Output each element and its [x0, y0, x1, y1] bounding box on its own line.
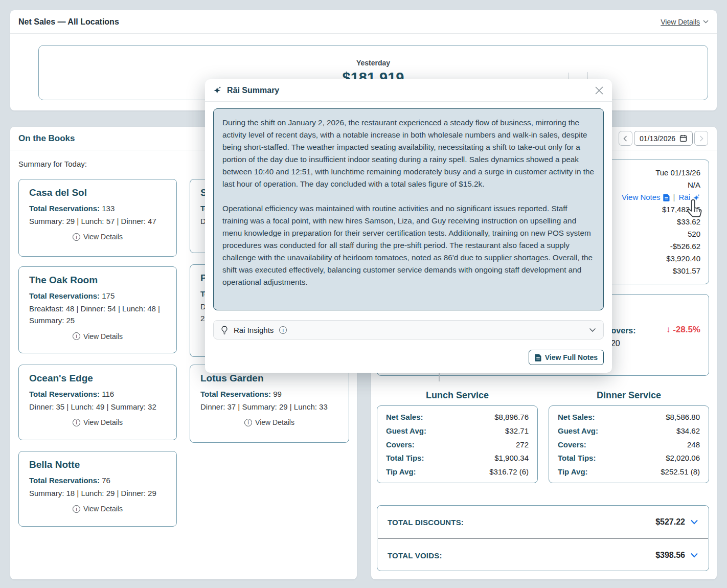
net-sales-title: Net Sales — All Locations: [18, 17, 119, 27]
expand-discounts-chevron-icon[interactable]: [690, 519, 698, 525]
rai-insights-accordion[interactable]: Rāi Insights i: [213, 320, 604, 340]
info-icon: i: [73, 505, 80, 513]
rai-link[interactable]: Rāi: [678, 191, 700, 203]
total-reservations-value: 175: [102, 291, 115, 300]
net-sales-value: $8,896.76: [494, 413, 529, 421]
modal-title: Rāi Summary: [227, 86, 279, 95]
sparkle-icon: [693, 194, 700, 201]
restaurant-name: The Oak Room: [29, 275, 166, 286]
info-icon: i: [244, 419, 252, 426]
reservation-breakdown: Dinner: 35 | Lunch: 49 | Summary: 32: [29, 401, 166, 413]
reservation-breakdown: Breakfast: 48 | Dinner: 54 | Lunch: 48 |…: [29, 303, 166, 327]
net-sales-value: $8,586.80: [666, 413, 700, 421]
delta-value: -28.5%: [673, 325, 700, 334]
restaurant-name: Ocean's Edge: [29, 373, 166, 384]
lightbulb-icon: [221, 325, 228, 335]
guest-avg-label: Guest Avg:: [386, 426, 426, 435]
info-icon: i: [73, 233, 80, 241]
total-reservations-label: Total Reservations:: [29, 204, 100, 213]
on-the-books-title: On the Books: [18, 133, 75, 144]
tip-avg-value: $252.51 (8): [661, 467, 700, 476]
date-navigation: 01/13/2026: [619, 131, 708, 146]
restaurant-card-the-oak-room: The Oak Room Total Reservations: 175 Bre…: [18, 266, 177, 353]
total-voids-row: TOTAL VOIDS: $398.56: [377, 539, 709, 572]
view-details-label: View Details: [83, 418, 123, 426]
sparkle-icon: [213, 86, 222, 95]
total-reservations-label: Total Reservations:: [200, 390, 271, 398]
summary-paragraph-1: During the shift on January 2, 2026, the…: [222, 117, 595, 190]
restaurant-name: Casa del Sol: [29, 187, 166, 198]
view-notes-label: View Notes: [622, 191, 661, 203]
total-reservations-label: Total Reservations:: [29, 476, 100, 485]
modal-header: Rāi Summary: [205, 79, 612, 102]
chevron-down-icon: [589, 328, 596, 332]
total-reservations-label: Total Reservations:: [29, 291, 100, 300]
period-label: Yesterday: [356, 59, 390, 67]
view-full-notes-button[interactable]: View Full Notes: [529, 350, 604, 365]
view-details-link[interactable]: iView Details: [29, 418, 166, 426]
restaurant-card-lotus-garden: Lotus Garden Total Reservations: 99 Dinn…: [190, 365, 349, 443]
document-icon: [663, 194, 670, 201]
total-discounts-label: TOTAL DISCOUNTS:: [388, 518, 464, 527]
total-voids-label: TOTAL VOIDS:: [388, 551, 442, 560]
total-tips-label: Total Tips:: [386, 454, 424, 462]
total-reservations-value: 116: [102, 390, 114, 398]
info-icon: i: [73, 332, 80, 340]
total-discounts-row: TOTAL DISCOUNTS: $527.22: [377, 506, 709, 538]
view-details-link[interactable]: iView Details: [29, 332, 166, 341]
chevron-down-icon: [703, 20, 709, 24]
calendar-icon[interactable]: [679, 134, 687, 142]
total-tips-label: Total Tips:: [558, 454, 596, 462]
view-notes-link[interactable]: View Notes: [622, 191, 670, 203]
total-reservations-value: 133: [102, 204, 115, 213]
chevron-left-icon: [623, 135, 627, 142]
arrow-down-icon: ↓: [666, 325, 671, 334]
info-icon: i: [73, 419, 80, 426]
totals-card: TOTAL DISCOUNTS: $527.22 TOTAL VOIDS: $3…: [377, 505, 709, 571]
restaurant-card-oceans-edge: Ocean's Edge Total Reservations: 116 Din…: [18, 365, 177, 440]
view-details-label: View Details: [83, 505, 123, 513]
summary-paragraph-2: Operational efficiency was maintained wi…: [222, 202, 595, 288]
total-tips-value: $2,020.06: [666, 454, 700, 462]
lunch-service-heading: Lunch Service: [377, 390, 538, 401]
close-icon[interactable]: [595, 86, 604, 95]
covers-label: Covers:: [558, 440, 586, 449]
tip-avg-value: $316.72 (6): [489, 467, 529, 476]
next-day-button[interactable]: [694, 131, 708, 146]
rai-insights-label: Rāi Insights: [234, 326, 274, 334]
date-value: 01/13/2026: [640, 134, 675, 143]
document-icon: [535, 354, 541, 361]
covers-value: 272: [516, 440, 529, 449]
date-input[interactable]: 01/13/2026: [634, 131, 693, 146]
net-sales-label: Net Sales:: [386, 413, 423, 421]
tip-avg-label: Tip Avg:: [386, 467, 416, 476]
total-tips-value: $1,900.34: [494, 454, 529, 462]
view-details-link[interactable]: iView Details: [200, 418, 338, 426]
covers-label: Covers:: [386, 440, 415, 449]
net-sales-header: Net Sales — All Locations View Details: [10, 10, 717, 34]
covers-value: 248: [687, 440, 700, 449]
view-details-link[interactable]: iView Details: [29, 233, 166, 241]
restaurant-name: Lotus Garden: [200, 373, 338, 384]
expand-voids-chevron-icon[interactable]: [690, 553, 698, 558]
reservation-breakdown: Summary: 18 | Lunch: 29 | Dinner: 29: [29, 487, 166, 499]
total-reservations-label: Total Reservations:: [29, 390, 100, 398]
link-separator: |: [673, 191, 675, 203]
total-reservations-value: 76: [102, 476, 110, 485]
total-reservations-value: 99: [273, 390, 282, 398]
view-full-notes-label: View Full Notes: [545, 353, 598, 361]
reservation-breakdown: Dinner: 37 | Summary: 29 | Lunch: 33: [200, 401, 338, 413]
previous-day-button[interactable]: [619, 131, 632, 146]
tab-divider: [439, 371, 440, 381]
chevron-right-icon: [699, 135, 703, 142]
dashboard-page: Net Sales — All Locations View Details Y…: [0, 0, 727, 588]
total-voids-value: $398.56: [655, 551, 685, 560]
restaurant-card-casa-del-sol: Casa del Sol Total Reservations: 133 Sum…: [18, 179, 177, 257]
net-sales-view-details-link[interactable]: View Details: [661, 18, 709, 26]
view-details-label: View Details: [661, 18, 700, 26]
view-details-link[interactable]: iView Details: [29, 505, 166, 513]
net-sales-label: Net Sales:: [558, 413, 595, 421]
lunch-service-card: Net Sales:$8,896.76 Guest Avg:$32.71 Cov…: [377, 405, 538, 483]
view-details-label: View Details: [255, 418, 294, 426]
view-details-label: View Details: [83, 233, 123, 241]
